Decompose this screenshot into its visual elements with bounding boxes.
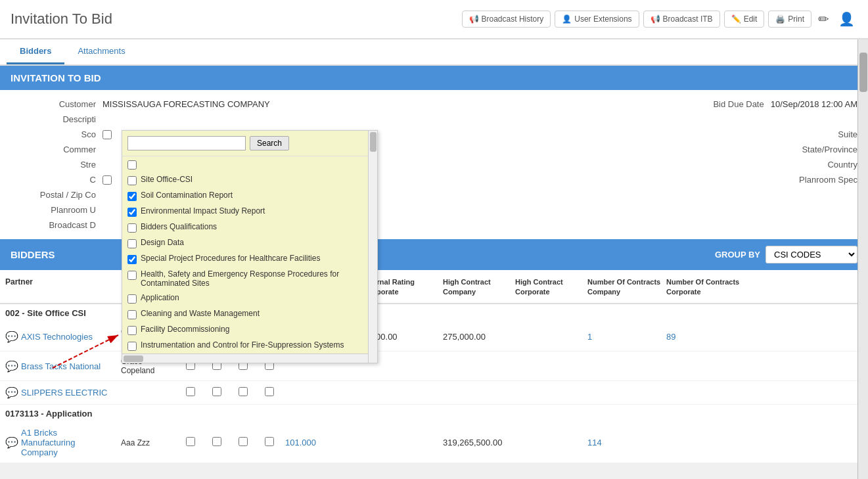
chk1[interactable] xyxy=(186,437,195,446)
dropdown-checkbox[interactable] xyxy=(127,208,137,217)
dropdown-item[interactable]: Soil Contamination Report xyxy=(122,188,377,204)
planroom-label: Planroom U xyxy=(11,205,103,215)
dropdown-list: Site Office-CSI Soil Contamination Repor… xyxy=(122,156,377,354)
contact-cell: Aaa Zzz xyxy=(118,436,177,450)
dropdown-hscrollbar[interactable] xyxy=(122,354,377,363)
broadcast-icon: 📢 xyxy=(469,14,479,24)
dropdown-item[interactable]: Instrumentation and Control for Fire-Sup… xyxy=(122,338,377,354)
user-profile-button[interactable]: 👤 xyxy=(836,9,857,30)
chat-icon: 💬 xyxy=(5,436,18,449)
city-checkbox[interactable] xyxy=(103,175,112,185)
city-label: C xyxy=(11,175,103,185)
dropdown-checkbox[interactable] xyxy=(127,326,137,335)
chat-icon: 💬 xyxy=(5,386,18,399)
app-title: Invitation To Bid xyxy=(11,11,112,28)
dropdown-checkbox[interactable] xyxy=(127,192,137,201)
dropdown-checkbox[interactable] xyxy=(127,223,137,233)
col-header-high-corporate: High Contract Corporate xyxy=(513,274,585,299)
user-icon: 👤 xyxy=(562,14,572,24)
planroom-spec-label: Planroom Spec xyxy=(799,175,857,185)
dropdown-search-button[interactable]: Search xyxy=(250,136,289,150)
chk2[interactable] xyxy=(212,387,221,396)
suite-label: Suite xyxy=(838,129,857,139)
bid-due-date-value: 10/Sep/2018 12:00 AM xyxy=(771,99,857,109)
table-row: 💬 SLIPPERS ELECTRIC xyxy=(0,381,868,405)
chk2[interactable] xyxy=(212,437,221,446)
description-row: Descripti xyxy=(0,112,868,127)
chk3[interactable] xyxy=(239,437,248,446)
dropdown-item[interactable]: Bidders Qualifications xyxy=(122,219,377,235)
chat-icon: 💬 xyxy=(5,360,18,373)
dropdown-checkbox[interactable] xyxy=(127,160,137,170)
dropdown-search-input[interactable] xyxy=(127,136,246,150)
dropdown-item[interactable]: Environmental Impact Study Report xyxy=(122,204,377,219)
dropdown-checkbox[interactable] xyxy=(127,176,137,185)
tabs-bar: Bidders Attachments xyxy=(0,39,868,66)
edit-icon: ✏️ xyxy=(731,14,741,24)
scope-checkbox[interactable] xyxy=(103,130,112,139)
num-company-link-2[interactable]: 114 xyxy=(587,438,602,447)
num-corporate-cell: 89 xyxy=(664,329,742,344)
bid-due-date-area: Bid Due Date 10/Sep/2018 12:00 AM xyxy=(713,99,857,109)
street-label: Stre xyxy=(11,160,103,170)
partner-link[interactable]: SLIPPERS ELECTRIC xyxy=(21,388,108,398)
group-by-select[interactable]: CSI CODES Trade Location None xyxy=(765,246,857,263)
partner-link[interactable]: A1 Bricks Manufacturing Company xyxy=(21,428,113,457)
dropdown-checkbox[interactable] xyxy=(127,294,137,304)
page-scrollbar[interactable] xyxy=(857,39,868,479)
edit-button[interactable]: ✏️ Edit xyxy=(724,11,765,28)
broadcast-itb-button[interactable]: 📢 Broadcast ITB xyxy=(643,11,720,28)
dropdown-scrollbar[interactable] xyxy=(368,131,377,363)
comments-label: Commer xyxy=(11,145,103,154)
chk4[interactable] xyxy=(265,437,274,446)
chat-icon: 💬 xyxy=(5,331,18,343)
print-icon: 🖨️ xyxy=(775,14,785,24)
app-header: Invitation To Bid 📢 Broadcast History 👤 … xyxy=(0,0,868,39)
broadcast-history-button[interactable]: 📢 Broadcast History xyxy=(462,11,551,28)
postal-label: Postal / Zip Co xyxy=(11,190,103,200)
dropdown-item[interactable] xyxy=(122,156,377,172)
dropdown-checkbox[interactable] xyxy=(127,271,137,280)
scope-label: Sco xyxy=(11,129,103,139)
col-header-num-corporate: Number Of Contracts Corporate xyxy=(664,274,742,299)
dropdown-checkbox[interactable] xyxy=(127,255,137,264)
print-button[interactable]: 🖨️ Print xyxy=(768,11,811,28)
num-company-link[interactable]: 1 xyxy=(587,332,592,342)
dropdown-item[interactable]: Special Project Procedures for Healthcar… xyxy=(122,251,377,267)
broadcast2-icon: 📢 xyxy=(651,14,660,24)
country-label: Country xyxy=(827,160,857,170)
dropdown-checkbox[interactable] xyxy=(127,342,137,351)
partner-link[interactable]: Brass Tacks National xyxy=(21,361,101,371)
dropdown-item[interactable]: Health, Safety and Emergency Response Pr… xyxy=(122,267,377,290)
dropdown-checkbox[interactable] xyxy=(127,239,137,248)
dropdown-checkbox[interactable] xyxy=(127,310,137,319)
broadcast-label: Broadcast D xyxy=(11,220,103,230)
table-row: 💬 A1 Bricks Manufacturing Company Aaa Zz… xyxy=(0,422,868,463)
internal-company-link[interactable]: 101.000 xyxy=(285,438,316,447)
dropdown-item[interactable]: Cleaning and Waste Management xyxy=(122,306,377,322)
customer-value: MISSISSAUGA FORECASTING COMPANY xyxy=(103,99,270,109)
dropdown-item[interactable]: Design Data xyxy=(122,235,377,251)
customer-label: Customer xyxy=(11,99,103,109)
state-label: State/Province xyxy=(802,145,857,154)
num-corporate-link[interactable]: 89 xyxy=(666,332,675,342)
tab-attachments[interactable]: Attachments xyxy=(64,39,138,64)
dropdown-overlay: Search Site Office-CSI Soil Contaminatio… xyxy=(122,130,378,363)
dropdown-search-row: Search xyxy=(122,131,377,156)
tab-bidders[interactable]: Bidders xyxy=(7,39,64,64)
col-header-partner: Partner xyxy=(0,274,118,299)
chk4[interactable] xyxy=(265,387,274,396)
high-corporate-cell xyxy=(513,334,585,339)
compose-button[interactable]: ✏ xyxy=(815,9,832,30)
group-by-label: GROUP BY xyxy=(715,250,760,260)
col-header-num-company: Number Of Contracts Company xyxy=(585,274,664,299)
group-row-2: 0173113 - Application xyxy=(0,405,868,422)
dropdown-item[interactable]: Site Office-CSI xyxy=(122,172,377,188)
user-extensions-button[interactable]: 👤 User Extensions xyxy=(555,11,639,28)
partner-link[interactable]: AXIS Technologies xyxy=(21,332,93,342)
contact-cell xyxy=(118,390,177,396)
dropdown-item[interactable]: Application xyxy=(122,290,377,306)
chk3[interactable] xyxy=(239,387,248,396)
chk1[interactable] xyxy=(186,387,195,396)
dropdown-item[interactable]: Facility Decommissioning xyxy=(122,322,377,338)
